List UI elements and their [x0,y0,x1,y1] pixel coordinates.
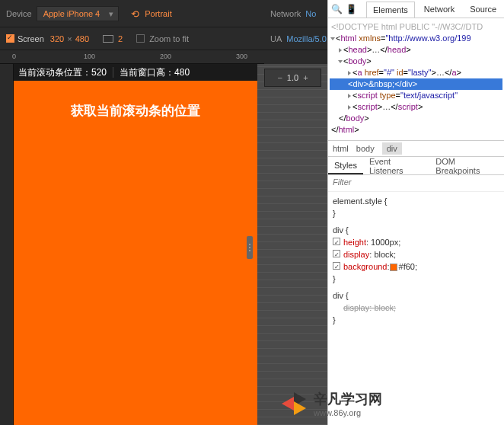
color-swatch[interactable] [390,264,397,271]
tab-event-listeners[interactable]: Event Listeners [363,154,429,178]
device-select[interactable]: Apple iPhone 4 [37,6,120,21]
zoom-value: 1.0 [287,73,298,82]
vertical-ruler [0,64,14,425]
prop-checkbox[interactable] [333,262,340,270]
styles-filter-input[interactable] [333,177,499,187]
page-heading: 获取当前滚动条的位置 [71,102,200,425]
resize-handle[interactable] [247,236,253,259]
dimension-x: × [67,34,72,43]
rotate-icon [131,8,142,19]
network-select[interactable]: No [305,9,316,18]
watermark-url: www.86y.org [314,408,382,417]
device-mode-icon[interactable]: 📱 [346,3,357,15]
selected-dom-node[interactable]: <div>&nbsp;</div> [330,78,502,90]
zoom-control: − 1.0 + [264,69,321,87]
watermark-title: 辛凡学习网 [314,390,382,408]
styles-tabs: Styles Event Listeners DOM Breakpoints [328,157,504,175]
page-body: 获取当前滚动条的位置 [14,81,257,425]
ua-select[interactable]: Mozilla/5.0 [286,34,327,43]
canvas-grid [257,64,327,425]
network-panel: Network No UA Mozilla/5.0 [264,0,328,64]
screen-checkbox[interactable] [6,34,14,43]
tab-styles[interactable]: Styles [328,158,363,174]
styles-pane[interactable]: element.style { } div { height: 1000px; … [328,192,504,329]
screen-label: Screen [18,34,44,43]
height-value[interactable]: 480 [75,34,89,43]
devtools-panel: 🔍 📱 Elements Network Source <!DOCTYPE ht… [327,0,504,425]
device-label: Device [6,9,32,18]
zoom-out-button[interactable]: − [273,73,286,82]
device-viewport[interactable]: 当前滚动条位置：520 当前窗口高：480 获取当前滚动条的位置 [14,64,257,425]
ua-label: UA [270,34,282,43]
zoom-in-button[interactable]: + [298,73,312,82]
page-status-bar: 当前滚动条位置：520 当前窗口高：480 [14,64,257,81]
breadcrumb-body[interactable]: body [356,144,375,153]
breadcrumb-html[interactable]: html [333,144,349,153]
dpr-value[interactable]: 2 [118,34,123,43]
prop-checkbox[interactable] [333,250,340,257]
logo-icon [282,390,309,417]
devtools-tabs: 🔍 📱 Elements Network Source [328,0,504,18]
tab-dom-breakpoints[interactable]: DOM Breakpoints [429,154,504,178]
dom-tree[interactable]: <!DOCTYPE html PUBLIC "-//W3C//DTD <html… [328,18,504,140]
watermark: 辛凡学习网 www.86y.org [282,390,382,417]
orientation-button[interactable]: Portrait [131,8,171,19]
tab-network[interactable]: Network [418,2,461,17]
zoom-label: Zoom to fit [149,34,189,43]
width-value[interactable]: 320 [50,34,64,43]
zoom-checkbox[interactable] [136,34,145,43]
aspect-icon[interactable] [103,35,113,43]
prop-checkbox[interactable] [333,238,340,245]
network-label: Network [270,9,301,18]
tab-source[interactable]: Source [464,2,502,17]
search-icon[interactable]: 🔍 [331,3,343,15]
tab-elements[interactable]: Elements [366,2,415,18]
